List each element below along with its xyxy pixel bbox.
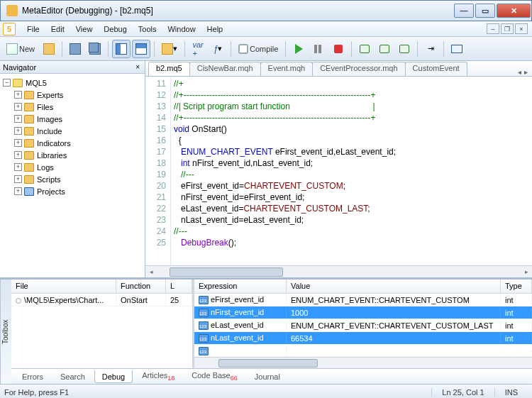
tab-b2-mq5[interactable]: b2.mq5 xyxy=(148,62,190,76)
minimize-button[interactable]: — xyxy=(454,4,474,18)
toolbox-tab-search[interactable]: Search xyxy=(52,370,93,383)
open-button[interactable] xyxy=(40,40,58,58)
close-button[interactable]: ✕ xyxy=(497,4,531,18)
tab-scroll-left[interactable]: ◂ xyxy=(518,68,521,76)
watch-hscroll[interactable] xyxy=(194,357,532,368)
toolbox-tab-errors[interactable]: Errors xyxy=(14,370,51,383)
tree-item-libraries[interactable]: +Libraries xyxy=(1,149,143,161)
tab-event-mqh[interactable]: Event.mqh xyxy=(260,62,314,76)
watch-row[interactable]: nFirst_event_id1000int xyxy=(194,306,532,319)
folder-icon xyxy=(24,115,34,123)
folder-icon xyxy=(24,163,34,172)
start-debug-button[interactable] xyxy=(289,40,308,58)
menubar: 5 FileEditViewDebugToolsWindowHelp – ❐ × xyxy=(0,21,532,37)
titlebar: MetaEditor (Debugging) - [b2.mq5] — ▭ ✕ xyxy=(0,0,532,21)
menu-file[interactable]: File xyxy=(21,23,45,35)
watch-row-empty[interactable] xyxy=(194,345,532,357)
editor-area: b2.mq5CisNewBar.mqhEvent.mqhCEventProces… xyxy=(145,61,532,277)
folder-icon xyxy=(24,127,34,136)
watch-col-expression[interactable]: Expression xyxy=(194,280,287,293)
tree-item-images[interactable]: +Images xyxy=(1,113,143,125)
tab-ceventprocessor-mqh[interactable]: CEventProcessor.mqh xyxy=(312,62,405,76)
mdi-close-button[interactable]: × xyxy=(515,23,528,34)
compile-button[interactable]: Compile xyxy=(235,40,282,58)
menu-help[interactable]: Help xyxy=(201,23,229,35)
tree-item-projects[interactable]: +Projects xyxy=(1,185,143,197)
watch-col-value[interactable]: Value xyxy=(287,280,501,293)
new-button[interactable]: New xyxy=(3,40,38,58)
stack-row[interactable]: \MQL5\Experts\Chart...OnStart25 xyxy=(11,294,192,306)
navigator-title: Navigator xyxy=(3,63,36,72)
step-out-button[interactable] xyxy=(395,40,414,58)
step-over-button[interactable] xyxy=(375,40,394,58)
stack-col-function[interactable]: Function xyxy=(116,280,166,293)
toolbox-tab-code-base[interactable]: Code Base66 xyxy=(184,369,245,384)
tree-item-logs[interactable]: +Logs xyxy=(1,161,143,173)
folder-icon xyxy=(24,91,34,99)
tree-item-include[interactable]: +Include xyxy=(1,125,143,137)
run-to-cursor-button[interactable]: ⇥ xyxy=(421,40,440,58)
variable-icon xyxy=(199,321,209,330)
pause-debug-button[interactable] xyxy=(309,40,328,58)
tab-customevent[interactable]: CustomEvent xyxy=(405,62,467,76)
function-list-button[interactable]: ƒ▾ xyxy=(209,40,227,58)
add-watch-button[interactable]: var+ xyxy=(189,40,207,58)
app-logo-icon: 5 xyxy=(3,23,16,35)
watch-col-type[interactable]: Type xyxy=(501,280,532,293)
status-mode: INS xyxy=(494,388,528,397)
toolbox-panel: Toolbox File Function L \MQL5\Experts\Ch… xyxy=(0,277,532,384)
variable-icon xyxy=(199,347,209,355)
watch-row[interactable]: eLast_event_idENUM_CHART_EVENT::CHARTEVE… xyxy=(194,319,532,332)
toolbox-label: Toolbox xyxy=(0,280,11,384)
stack-col-line[interactable]: L xyxy=(166,280,192,293)
folder-icon xyxy=(24,187,34,196)
tab-scroll-right[interactable]: ▸ xyxy=(524,68,528,76)
watch-row[interactable]: nLast_event_id66534int xyxy=(194,332,532,345)
menu-window[interactable]: Window xyxy=(162,23,201,35)
save-button[interactable] xyxy=(66,40,84,58)
code-editor[interactable]: 111213141516171819202122232425 //+//+---… xyxy=(145,77,532,265)
tree-item-files[interactable]: +Files xyxy=(1,101,143,113)
save-all-button[interactable] xyxy=(86,40,104,58)
status-help: For Help, press F1 xyxy=(4,388,69,397)
mdi-restore-button[interactable]: ❐ xyxy=(501,23,514,34)
tree-root[interactable]: − MQL5 xyxy=(1,77,143,89)
menu-debug[interactable]: Debug xyxy=(98,23,132,35)
toggle-navigator-button[interactable] xyxy=(112,40,131,58)
status-position: Ln 25, Col 1 xyxy=(431,388,494,397)
tree-item-indicators[interactable]: +Indicators xyxy=(1,137,143,149)
editor-hscroll[interactable]: ◂▸ xyxy=(145,265,532,277)
menu-view[interactable]: View xyxy=(70,23,99,35)
folder-icon xyxy=(24,103,34,111)
variable-icon xyxy=(199,334,209,343)
navigator-tree[interactable]: − MQL5 +Experts+Files+Images+Include+Ind… xyxy=(0,74,145,277)
tree-item-scripts[interactable]: +Scripts xyxy=(1,173,143,185)
watch-row[interactable]: eFirst_event_idENUM_CHART_EVENT::CHARTEV… xyxy=(194,294,532,306)
toggle-toolbox-button[interactable] xyxy=(132,40,150,58)
menu-tools[interactable]: Tools xyxy=(133,23,162,35)
variable-icon xyxy=(199,309,209,317)
call-stack-pane: File Function L \MQL5\Experts\Chart...On… xyxy=(11,280,194,368)
app-icon xyxy=(6,5,18,16)
toolbox-tab-articles[interactable]: Articles18 xyxy=(134,369,182,384)
mdi-minimize-button[interactable]: – xyxy=(487,23,499,34)
statusbar: For Help, press F1 Ln 25, Col 1 INS xyxy=(0,384,532,398)
navigator-header: Navigator × xyxy=(0,61,145,74)
menu-edit[interactable]: Edit xyxy=(45,23,70,35)
navigator-panel: Navigator × − MQL5 +Experts+Files+Images… xyxy=(0,61,145,277)
stop-debug-button[interactable] xyxy=(329,40,348,58)
step-into-button[interactable] xyxy=(355,40,374,58)
toolbox-tab-journal[interactable]: Journal xyxy=(247,370,288,383)
folder-icon xyxy=(24,175,34,184)
snippets-button[interactable]: ▾ xyxy=(158,40,181,58)
maximize-button[interactable]: ▭ xyxy=(475,4,495,18)
tree-item-experts[interactable]: +Experts xyxy=(1,89,143,101)
toolbox-tab-debug[interactable]: Debug xyxy=(94,370,133,383)
tab-cisnewbar-mqh[interactable]: CisNewBar.mqh xyxy=(189,62,261,76)
editor-tabs: b2.mq5CisNewBar.mqhEvent.mqhCEventProces… xyxy=(145,61,532,77)
folder-icon xyxy=(24,139,34,148)
terminal-button[interactable] xyxy=(448,40,466,58)
toolbox-tabs: ErrorsSearchDebugArticles18Code Base66Jo… xyxy=(11,368,532,384)
navigator-close-button[interactable]: × xyxy=(133,63,142,71)
stack-col-file[interactable]: File xyxy=(11,280,116,293)
